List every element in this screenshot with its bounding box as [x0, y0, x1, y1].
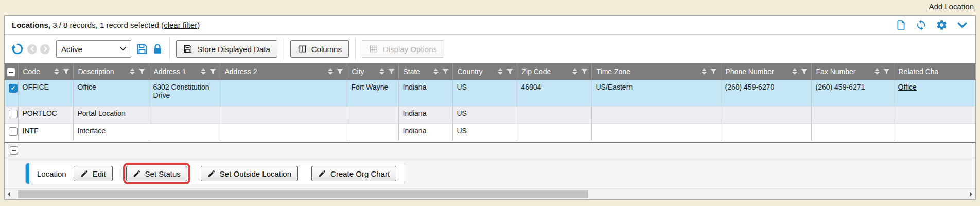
action-button-label: Edit [93, 169, 106, 178]
store-displayed-data-button[interactable]: Store Displayed Data [176, 40, 277, 58]
status-filter-value: Active [61, 45, 82, 54]
pencil-icon [133, 170, 141, 178]
table-cell: (260) 459-6271 [811, 80, 894, 106]
row-checkbox[interactable] [9, 110, 18, 118]
refresh-icon[interactable] [915, 19, 927, 31]
table-cell: Portal Location [73, 106, 149, 123]
filter-icon[interactable] [209, 68, 216, 75]
column-header-country[interactable]: Country [452, 63, 517, 80]
column-header-fax-number[interactable]: Fax Number [811, 63, 894, 80]
filter-icon[interactable] [801, 68, 808, 75]
panel-title-label: Locations, [12, 21, 50, 29]
sort-icon[interactable] [433, 68, 439, 75]
select-all-checkbox[interactable] [7, 68, 15, 77]
display-options-label: Display Options [383, 45, 437, 54]
sort-icon[interactable] [702, 68, 707, 75]
column-label: Address 2 [225, 67, 324, 76]
sort-icon[interactable] [379, 68, 384, 75]
column-header-phone-number[interactable]: Phone Number [721, 63, 811, 80]
select-all-header [5, 63, 18, 80]
column-header-code[interactable]: Code [18, 63, 73, 80]
undo-icon[interactable] [11, 42, 24, 56]
scroll-left-icon[interactable] [8, 192, 10, 197]
location-actions-card: Location EditSet StatusSet Outside Locat… [25, 163, 405, 184]
sort-icon[interactable] [328, 68, 333, 75]
filter-icon[interactable] [506, 68, 513, 75]
gear-icon[interactable] [936, 19, 948, 31]
action-group-label: Location [37, 169, 66, 178]
table-cell: Indiana [398, 80, 452, 106]
table-cell: 46804 [517, 80, 591, 106]
filter-icon[interactable] [883, 68, 890, 75]
nav-previous-icon[interactable] [27, 44, 37, 54]
column-header-time-zone[interactable]: Time Zone [591, 63, 721, 80]
set-status-button[interactable]: Set Status [126, 166, 187, 181]
new-document-icon[interactable] [896, 19, 906, 31]
column-label: State [404, 67, 430, 76]
column-label: Fax Number [816, 67, 871, 76]
table-cell [894, 123, 975, 141]
sort-icon[interactable] [874, 68, 880, 75]
nav-next-icon[interactable] [40, 44, 50, 54]
add-location-link[interactable]: Add Location [929, 2, 974, 11]
lock-icon[interactable] [152, 43, 163, 55]
columns-button[interactable]: Columns [290, 40, 349, 58]
sort-icon[interactable] [572, 68, 577, 75]
filter-icon[interactable] [337, 68, 343, 75]
collapse-panel-icon[interactable] [10, 146, 18, 154]
grid-icon [369, 44, 378, 54]
select-chevron-icon [120, 47, 126, 51]
row-checkbox[interactable] [9, 127, 18, 136]
sort-icon[interactable] [130, 68, 135, 75]
filter-icon[interactable] [710, 68, 717, 75]
filter-icon[interactable] [63, 68, 69, 75]
horizontal-scrollbar[interactable] [5, 188, 975, 199]
table-cell: US/Eastern [591, 80, 721, 106]
columns-icon [297, 44, 307, 54]
action-buttons: EditSet StatusSet Outside LocationCreate… [74, 166, 396, 181]
create-org-chart-button[interactable]: Create Org Chart [311, 166, 396, 181]
column-header-related-cha[interactable]: Related Cha [894, 63, 975, 80]
filter-icon[interactable] [138, 68, 145, 75]
table-cell [517, 123, 591, 141]
sort-icon[interactable] [54, 68, 59, 75]
related-chart-link[interactable]: Office [898, 83, 917, 91]
status-filter-select[interactable]: Active [56, 40, 131, 58]
locations-panel: Locations, 3 / 8 records, 1 record selec… [4, 15, 976, 200]
column-header-description[interactable]: Description [73, 63, 149, 80]
table-cell [149, 123, 220, 141]
row-select-cell [5, 123, 18, 141]
column-label: Phone Number [726, 67, 789, 76]
chevron-down-icon[interactable] [956, 19, 968, 31]
sort-icon[interactable] [792, 68, 797, 75]
column-label: Country [458, 67, 494, 76]
table-cell [220, 123, 347, 141]
records-summary-close: ) [197, 21, 200, 29]
table-cell [347, 106, 398, 123]
filter-icon[interactable] [388, 68, 395, 75]
panel-icon-toolbar [896, 19, 968, 31]
sort-icon[interactable] [201, 68, 206, 75]
table-cell [220, 106, 347, 123]
table-cell: Office [894, 80, 975, 106]
column-header-address-2[interactable]: Address 2 [220, 63, 347, 80]
sort-icon[interactable] [498, 68, 503, 75]
column-header-address-1[interactable]: Address 1 [149, 63, 220, 80]
row-checkbox[interactable]: ✓ [9, 84, 18, 93]
save-view-icon[interactable] [136, 43, 148, 55]
edit-button[interactable]: Edit [74, 166, 113, 181]
table-cell: US [452, 106, 517, 123]
column-header-zip-code[interactable]: Zip Code [517, 63, 591, 80]
action-button-label: Create Org Chart [330, 169, 390, 178]
scrollbar-thumb[interactable] [18, 190, 588, 198]
actions-footer: Location EditSet StatusSet Outside Locat… [5, 158, 975, 188]
column-header-city[interactable]: City [347, 63, 398, 80]
scroll-right-icon[interactable] [970, 192, 972, 197]
column-header-state[interactable]: State [398, 63, 452, 80]
table-row: ✓OFFICEOffice6302 Constitution DriveFort… [5, 80, 975, 106]
filter-icon[interactable] [581, 68, 588, 75]
table-cell: US [452, 123, 517, 141]
clear-filter-link[interactable]: clear filter [164, 21, 197, 29]
filter-icon[interactable] [442, 68, 449, 75]
set-outside-location-button[interactable]: Set Outside Location [201, 166, 298, 181]
